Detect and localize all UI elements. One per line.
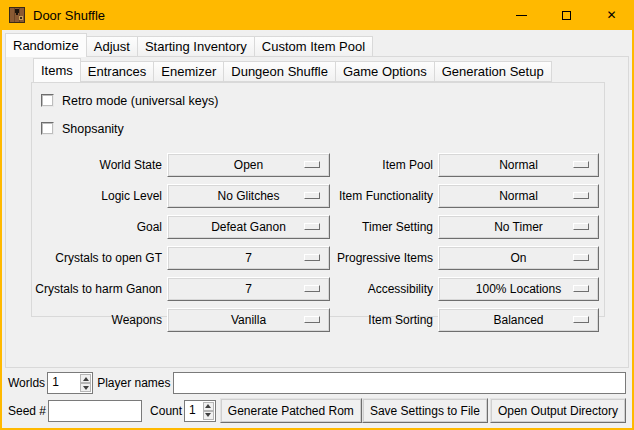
item-functionality-dropdown[interactable]: Normal <box>438 184 599 208</box>
field-row: Logic Level No Glitches Item Functionali… <box>32 184 604 208</box>
dropdown-indicator-icon <box>573 192 589 199</box>
secondary-tab-bar: Items Entrances Enemizer Dungeon Shuffle… <box>33 58 628 82</box>
tab-enemizer[interactable]: Enemizer <box>154 61 224 82</box>
tab-generation-setup[interactable]: Generation Setup <box>435 61 552 82</box>
progressive-items-dropdown[interactable]: On <box>438 246 599 270</box>
window-controls: ✕ <box>499 0 634 30</box>
worlds-label: Worlds <box>8 376 45 390</box>
app-window: Door Shuffle ✕ Randomize Adjust Starting… <box>0 0 634 430</box>
count-spinner[interactable]: 1 <box>184 400 216 422</box>
item-functionality-label: Item Functionality <box>330 189 433 203</box>
randomize-pane: Items Entrances Enemizer Dungeon Shuffle… <box>5 56 629 368</box>
player-names-label: Player names <box>97 376 170 390</box>
item-pool-dropdown[interactable]: Normal <box>438 153 599 177</box>
save-settings-button[interactable]: Save Settings to File <box>362 398 488 423</box>
worlds-spin-up[interactable] <box>80 374 91 383</box>
dropdown-indicator-icon <box>573 223 589 230</box>
seed-input[interactable] <box>48 400 142 422</box>
dropdown-indicator-icon <box>304 316 320 323</box>
tab-game-options[interactable]: Game Options <box>336 61 435 82</box>
retro-mode-row: Retro mode (universal keys) <box>41 90 604 111</box>
open-output-directory-button[interactable]: Open Output Directory <box>490 398 626 423</box>
seed-label: Seed # <box>8 404 46 418</box>
count-spin-down[interactable] <box>203 411 214 420</box>
maximize-button[interactable] <box>544 0 589 30</box>
field-row: Goal Defeat Ganon Timer Setting No Timer <box>32 215 604 239</box>
dropdown-indicator-icon <box>573 254 589 261</box>
weapons-label: Weapons <box>32 313 162 327</box>
shopsanity-row: Shopsanity <box>41 118 604 139</box>
world-state-dropdown[interactable]: Open <box>167 153 330 177</box>
dropdown-indicator-icon <box>573 161 589 168</box>
accessibility-label: Accessibility <box>330 282 433 296</box>
logic-level-label: Logic Level <box>32 189 162 203</box>
arrow-down-icon <box>83 386 89 390</box>
dropdown-indicator-icon <box>304 285 320 292</box>
minimize-icon <box>516 15 527 16</box>
tab-randomize[interactable]: Randomize <box>5 33 87 57</box>
tab-adjust[interactable]: Adjust <box>87 36 138 57</box>
arrow-up-icon <box>205 404 211 408</box>
timer-setting-dropdown[interactable]: No Timer <box>438 215 599 239</box>
accessibility-dropdown[interactable]: 100% Locations <box>438 277 599 301</box>
count-label: Count <box>150 404 182 418</box>
tab-starting-inventory[interactable]: Starting Inventory <box>138 36 255 57</box>
crystals-gt-dropdown[interactable]: 7 <box>167 246 330 270</box>
player-names-input[interactable] <box>173 372 627 394</box>
crystals-ganon-dropdown[interactable]: 7 <box>167 277 330 301</box>
item-sorting-label: Item Sorting <box>330 313 433 327</box>
retro-mode-checkbox[interactable] <box>41 94 54 107</box>
crystals-gt-label: Crystals to open GT <box>32 251 162 265</box>
worlds-row: Worlds 1 Player names <box>8 372 626 394</box>
dropdown-indicator-icon <box>304 192 320 199</box>
count-spin-up[interactable] <box>203 402 214 411</box>
tab-entrances[interactable]: Entrances <box>81 61 155 82</box>
field-row: Weapons Vanilla Item Sorting Balanced <box>32 308 604 332</box>
dropdown-indicator-icon <box>304 223 320 230</box>
dropdown-indicator-icon <box>304 254 320 261</box>
item-pool-label: Item Pool <box>330 158 433 172</box>
tab-items[interactable]: Items <box>33 58 81 82</box>
worlds-spin-down[interactable] <box>80 383 91 392</box>
timer-setting-label: Timer Setting <box>330 220 433 234</box>
goal-dropdown[interactable]: Defeat Ganon <box>167 215 330 239</box>
field-row: Crystals to harm Ganon 7 Accessibility 1… <box>32 277 604 301</box>
option-grid: World State Open Item Pool Normal Logic … <box>32 153 604 332</box>
items-pane: Retro mode (universal keys) Shopsanity W… <box>31 82 605 317</box>
dropdown-indicator-icon <box>304 161 320 168</box>
bottom-panel: Worlds 1 Player names Seed # Count 1 <box>2 368 632 428</box>
arrow-up-icon <box>83 377 89 381</box>
shopsanity-label: Shopsanity <box>62 122 124 136</box>
seed-row: Seed # Count 1 Generate Patched Rom Save… <box>8 398 626 423</box>
weapons-dropdown[interactable]: Vanilla <box>167 308 330 332</box>
arrow-down-icon <box>205 413 211 417</box>
worlds-spinner[interactable]: 1 <box>47 372 93 394</box>
goal-label: Goal <box>32 220 162 234</box>
progressive-items-label: Progressive Items <box>330 251 433 265</box>
maximize-icon <box>562 11 571 20</box>
window-body: Randomize Adjust Starting Inventory Cust… <box>2 30 632 428</box>
close-icon: ✕ <box>606 9 616 21</box>
field-row: Crystals to open GT 7 Progressive Items … <box>32 246 604 270</box>
tab-dungeon-shuffle[interactable]: Dungeon Shuffle <box>224 61 336 82</box>
dropdown-indicator-icon <box>573 285 589 292</box>
dropdown-indicator-icon <box>573 316 589 323</box>
generate-patched-rom-button[interactable]: Generate Patched Rom <box>220 398 362 423</box>
item-sorting-dropdown[interactable]: Balanced <box>438 308 599 332</box>
close-button[interactable]: ✕ <box>589 0 634 30</box>
minimize-button[interactable] <box>499 0 544 30</box>
window-title: Door Shuffle <box>33 8 105 23</box>
world-state-label: World State <box>32 158 162 172</box>
logic-level-dropdown[interactable]: No Glitches <box>167 184 330 208</box>
field-row: World State Open Item Pool Normal <box>32 153 604 177</box>
primary-tab-bar: Randomize Adjust Starting Inventory Cust… <box>5 33 373 57</box>
app-icon <box>9 7 25 23</box>
shopsanity-checkbox[interactable] <box>41 122 54 135</box>
crystals-ganon-label: Crystals to harm Ganon <box>32 282 162 296</box>
title-bar: Door Shuffle ✕ <box>0 0 634 30</box>
retro-mode-label: Retro mode (universal keys) <box>62 94 218 108</box>
tab-custom-item-pool[interactable]: Custom Item Pool <box>255 36 373 57</box>
